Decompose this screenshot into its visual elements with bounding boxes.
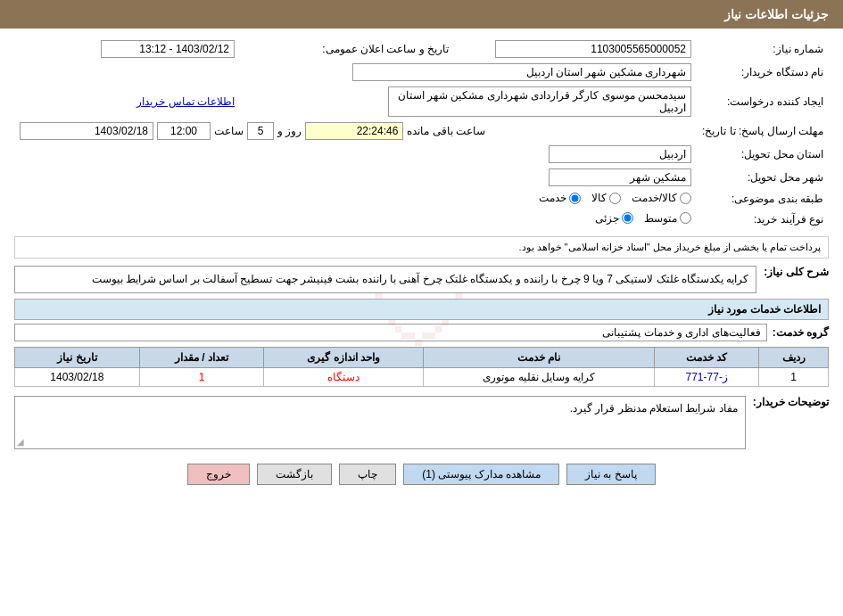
now-motosat-label: متوسط [644, 212, 677, 225]
cell-tarikh: 1403/02/18 [15, 368, 140, 387]
cell-nam: کرایه وسایل نقلیه موتوری [424, 368, 655, 387]
services-table: ردیف کد خدمت نام خدمت واحد اندازه گیری ت… [14, 347, 829, 387]
col-vahed: واحد اندازه گیری [264, 348, 424, 368]
now-motosat-option[interactable]: متوسط [644, 212, 691, 225]
cell-tedad: 1 [139, 368, 264, 387]
mohlat-date-value: 1403/02/18 [20, 122, 153, 140]
ijad-label: ایجاد کننده درخواست: [727, 95, 823, 108]
sharh-koli-label: شرح کلی نیاز: [764, 266, 829, 278]
cell-radif: 1 [759, 368, 829, 387]
col-nam: نام خدمت [424, 348, 655, 368]
col-tedad: تعداد / مقدار [139, 348, 264, 368]
tozihat-label: توضیحات خریدار: [753, 392, 829, 408]
now-label: نوع فرآیند خرید: [754, 213, 823, 226]
tabaqe-khadamat-only-radio[interactable] [569, 193, 581, 204]
tabaqe-kala-label: کالا [591, 192, 607, 204]
mohlat-baqi-value: 22:24:46 [305, 122, 403, 140]
pasokh-button[interactable]: پاسخ به نیاز [566, 464, 656, 485]
info-note: پرداخت تمام یا بخشی از مبلغ خریداز محل "… [14, 236, 829, 259]
col-kod: کد خدمت [655, 348, 759, 368]
cell-vahed: دستگاه [264, 368, 424, 387]
resize-handle[interactable]: ◢ [17, 437, 24, 447]
tabaqe-khadamat-only-label: خدمت [539, 192, 566, 204]
ijad-value: سیدمحسن موسوی کارگر قراردادی شهرداری مشک… [388, 86, 691, 117]
khorooj-button[interactable]: خروج [187, 464, 250, 485]
nam-dastgah-value: شهرداری مشکین شهر استان اردبیل [352, 63, 691, 81]
gorohe-value: فعالیت‌های اداری و خدمات پشتیبانی [14, 324, 767, 341]
page-title: جزئیات اطلاعات نیاز [724, 7, 829, 21]
mohlat-rooz-value: 5 [247, 122, 274, 140]
ostan-value: اردبیل [549, 145, 691, 163]
nam-dastgah-label: نام دستگاه خریدار: [741, 66, 823, 78]
mohlat-label: مهلت ارسال پاسخ: تا تاریخ: [702, 125, 823, 137]
now-jozi-option[interactable]: جزئی [595, 212, 633, 225]
tabaqe-kala-radio[interactable] [609, 193, 621, 204]
sharh-koli-value: کرایه یکدستگاه غلتک لاستیکی 7 ویا 9 چرخ … [14, 266, 756, 293]
chap-button[interactable]: چاپ [339, 464, 396, 485]
bazgasht-button[interactable]: بازگشت [257, 464, 332, 485]
ostan-label: استان محل تحویل: [741, 148, 823, 160]
cell-kod: ز-77-771 [655, 368, 759, 387]
shahr-label: شهر محل تحویل: [748, 171, 823, 184]
tabaqe-khadamat-only-option[interactable]: خدمت [539, 192, 581, 204]
table-row: 1 ز-77-771 کرایه وسایل نقلیه موتوری دستگ… [15, 368, 829, 387]
col-tarikh: تاریخ نیاز [15, 348, 140, 368]
tozihat-value: مفاد شرایط استعلام مدنظر قرار گیرد. ◢ [14, 396, 746, 449]
mohlat-baqi-label: ساعت باقی مانده [407, 125, 485, 137]
shomare-niaz-label: شماره نیاز: [773, 43, 823, 55]
gorohe-label: گروه خدمت: [773, 326, 829, 339]
now-motosat-radio[interactable] [680, 212, 691, 224]
now-jozi-radio[interactable] [622, 212, 633, 224]
tabaqe-kala-option[interactable]: کالا [591, 192, 621, 204]
shahr-value: مشکین شهر [549, 168, 691, 186]
moshahedeh-button[interactable]: مشاهده مدارک پیوستی (1) [403, 464, 559, 485]
tabaqe-khadamat-radio[interactable] [680, 193, 691, 204]
tabaqe-khadamat-label: کالا/خدمت [632, 192, 677, 204]
tarikh-value: 1403/02/12 - 13:12 [101, 40, 235, 58]
ettelaat-khadamat-header: اطلاعات خدمات مورد نیاز [14, 299, 829, 320]
tarikh-label: تاریخ و ساعت اعلان عمومی: [322, 43, 449, 55]
mohlat-saat-value: 12:00 [157, 122, 211, 140]
col-radif: ردیف [759, 348, 829, 368]
now-jozi-label: جزئی [595, 212, 619, 225]
shomare-niaz-value: 1103005565000052 [495, 40, 691, 58]
mohlat-rooz-label: روز و [277, 125, 302, 137]
mohlat-saat-label: ساعت [214, 125, 244, 137]
tabaqe-label: طبقه بندی موضوعی: [731, 193, 823, 205]
tabaqe-khadamat-option[interactable]: کالا/خدمت [632, 192, 691, 204]
ettelaat-tamas-link[interactable]: اطلاعات تماس خریدار [136, 95, 235, 108]
